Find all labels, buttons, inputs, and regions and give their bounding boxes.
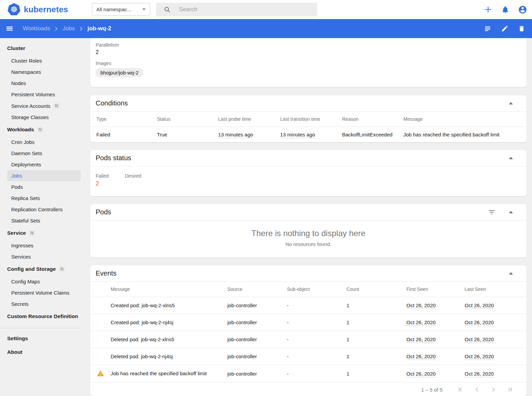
sidebar-item-jobs[interactable]: Jobs: [7, 170, 81, 181]
event-first-seen[interactable]: Oct 26, 2020: [406, 371, 436, 377]
event-message: Job has reached the specified backoff li…: [111, 365, 227, 382]
kubernetes-logo[interactable]: ☸ kubernetes: [7, 0, 68, 19]
last-page-button[interactable]: [507, 386, 514, 393]
notifications-bell-icon: [501, 5, 510, 14]
edit-button[interactable]: [501, 25, 509, 32]
parallelism-label: Parallelism: [96, 42, 521, 48]
top-app-bar: ☸ kubernetes All namespac...: [0, 0, 532, 19]
search-input[interactable]: [179, 6, 302, 13]
sidebar-item-namespaces[interactable]: Namespaces: [0, 66, 90, 78]
sidebar-item-ingresses[interactable]: Ingresses: [0, 240, 90, 251]
condition-row: Failed True 13 minutes ago 13 minutes ag…: [90, 127, 527, 142]
sidebar-toggle-button[interactable]: [5, 24, 14, 33]
conditions-table: Type Status Last probe time Last transit…: [90, 112, 527, 142]
sidebar-item-service-accounts[interactable]: Service AccountsN: [0, 100, 90, 112]
add-resource-button[interactable]: [484, 5, 493, 14]
event-sub-object: -: [287, 348, 346, 365]
event-first-seen[interactable]: Oct 26, 2020: [406, 353, 436, 360]
sidebar-item-custom-resource-definition[interactable]: Custom Resource Definition: [0, 310, 90, 323]
event-last-seen[interactable]: Oct 26, 2020: [465, 353, 494, 360]
search-icon: [164, 6, 171, 13]
condition-last-probe[interactable]: 13 minutes ago: [218, 132, 253, 138]
column-sub-object: Sub-object: [287, 282, 346, 297]
collapse-card-button[interactable]: [509, 157, 513, 159]
condition-last-transition[interactable]: 13 minutes ago: [280, 132, 315, 138]
sidebar-section-config-and-storage[interactable]: Config and StorageN: [0, 262, 90, 276]
sidebar-section-service[interactable]: ServiceN: [0, 226, 90, 240]
condition-message: Job has reached the specified backoff li…: [403, 127, 527, 142]
sidebar-item-services[interactable]: Services: [0, 251, 90, 262]
sidebar-section-workloads[interactable]: WorkloadsN: [0, 123, 90, 136]
sidebar-item-persistent-volumes[interactable]: Persistent Volumes: [0, 89, 90, 100]
stat-failed-label: Failed: [96, 173, 109, 179]
sidebar-item-pods[interactable]: Pods: [0, 181, 90, 193]
event-sub-object: -: [287, 365, 346, 382]
breadcrumb-jobs[interactable]: Jobs: [63, 25, 75, 32]
sidebar-divider: [0, 328, 80, 328]
event-first-seen[interactable]: Oct 26, 2020: [406, 302, 436, 309]
sidebar-item-storage-classes[interactable]: Storage Classes: [0, 112, 90, 123]
job-overview-card: Parallelism 2 Images bhojpur/job-wq-2: [90, 38, 527, 87]
next-page-button[interactable]: [490, 386, 497, 393]
event-last-seen[interactable]: Oct 26, 2020: [465, 371, 494, 377]
pagination-range: 1 – 5 of 5: [421, 387, 442, 393]
sidebar-item-nodes[interactable]: Nodes: [0, 78, 90, 89]
view-logs-button[interactable]: [484, 25, 491, 33]
sidebar-item-secrets[interactable]: Secrets: [0, 298, 90, 310]
search-bar[interactable]: [156, 3, 317, 16]
filter-list-icon[interactable]: [489, 210, 495, 214]
images-label: Images: [96, 61, 521, 66]
event-message: Deleted pod: job-wq-2-nj4sj: [111, 348, 227, 365]
sidebar-item-replica-sets[interactable]: Replica Sets: [0, 193, 90, 204]
sidebar-item-stateful-sets[interactable]: Stateful Sets: [0, 215, 90, 226]
conditions-card-title: Conditions: [96, 99, 128, 107]
event-count: 1: [346, 348, 406, 365]
sidebar-item-config-maps[interactable]: Config Maps: [0, 276, 90, 287]
next-page-icon: [490, 386, 497, 393]
namespace-selector[interactable]: All namespac...: [92, 3, 150, 16]
chevron-down-icon: [142, 9, 146, 10]
event-last-seen[interactable]: Oct 26, 2020: [465, 336, 494, 343]
parallelism-value: 2: [96, 49, 521, 55]
breadcrumb-workloads[interactable]: Workloads: [23, 25, 50, 32]
sidebar-item-replication-controllers[interactable]: Replication Controllers: [0, 204, 90, 215]
collapse-card-button[interactable]: [509, 272, 513, 275]
hamburger-menu-icon: [5, 24, 14, 33]
event-first-seen[interactable]: Oct 26, 2020: [406, 319, 436, 326]
conditions-header-row: Type Status Last probe time Last transit…: [90, 112, 527, 127]
sidebar-item-about[interactable]: About: [0, 345, 90, 359]
condition-status: True: [157, 127, 218, 142]
chevron-right-icon: [79, 27, 83, 31]
events-card: Events Message Source Sub-object Count F…: [90, 265, 527, 396]
collapse-card-button[interactable]: [509, 102, 513, 104]
previous-page-icon: [473, 386, 480, 393]
collapse-card-button[interactable]: [509, 211, 513, 213]
sidebar-item-cron-jobs[interactable]: Cron Jobs: [0, 136, 90, 148]
event-first-seen[interactable]: Oct 26, 2020: [406, 336, 436, 343]
sidebar-item-deployments[interactable]: Deployments: [0, 159, 90, 170]
sidebar-item-cluster-roles[interactable]: Cluster Roles: [0, 55, 90, 66]
event-last-seen[interactable]: Oct 26, 2020: [465, 302, 494, 309]
previous-page-button[interactable]: [473, 386, 480, 393]
first-page-button[interactable]: [457, 386, 464, 393]
sidebar-item-settings[interactable]: Settings: [0, 332, 90, 345]
sidebar-item-daemon-sets[interactable]: Daemon Sets: [0, 148, 90, 159]
new-feature-badge: N: [29, 230, 35, 236]
column-type: Type: [90, 112, 157, 127]
notifications-button[interactable]: [501, 5, 510, 14]
sidebar-nav: Cluster Cluster Roles Namespaces Nodes P…: [0, 38, 90, 396]
sidebar-item-persistent-volume-claims[interactable]: Persistent Volume Claims: [0, 287, 90, 298]
delete-button[interactable]: [518, 25, 525, 32]
event-sub-object: -: [287, 331, 346, 348]
event-message: Deleted pod: job-wq-2-xlns5: [111, 331, 227, 348]
sidebar-section-cluster[interactable]: Cluster: [0, 42, 90, 55]
kubernetes-helm-wheel-icon: ☸: [7, 3, 20, 16]
empty-state-title: There is nothing to display here: [90, 229, 527, 238]
event-last-seen[interactable]: Oct 26, 2020: [465, 319, 494, 326]
event-count: 1: [346, 314, 406, 331]
empty-state-subtitle: No resources found.: [90, 241, 527, 247]
event-sub-object: -: [287, 297, 346, 314]
breadcrumb: Workloads Jobs job-wq-2: [23, 25, 111, 32]
stat-desired-value: [125, 180, 141, 187]
account-button[interactable]: [518, 5, 527, 14]
